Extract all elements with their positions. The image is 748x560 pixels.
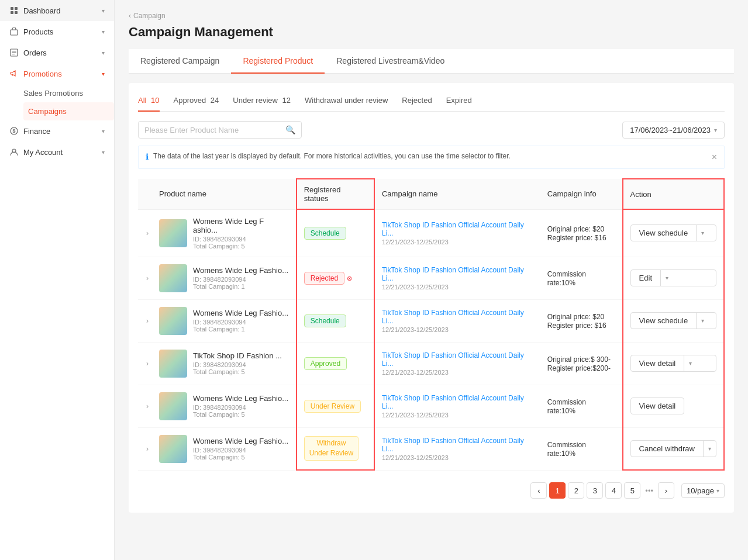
sidebar-item-campaigns[interactable]: Campaigns	[23, 102, 114, 120]
pagination-page-3[interactable]: 3	[587, 482, 603, 499]
action-button[interactable]: View schedule ▾	[630, 224, 716, 241]
row-expand[interactable]: ›	[138, 299, 152, 342]
pagination-page-4[interactable]: 4	[605, 482, 622, 499]
close-icon[interactable]: ×	[712, 152, 717, 163]
top-tabs: Registered Campaign Registered Product R…	[129, 49, 734, 74]
row-registered-status: Rejected ⊗	[297, 257, 374, 299]
dropdown-arrow-icon[interactable]: ▾	[684, 357, 697, 370]
action-button[interactable]: View detail	[630, 397, 716, 414]
row-expand[interactable]: ›	[138, 209, 152, 257]
pagination-page-1[interactable]: 1	[549, 482, 566, 499]
campaign-name-link[interactable]: TikTok Shop ID Fashion Official Account …	[382, 266, 533, 282]
row-expand[interactable]: ›	[138, 385, 152, 427]
action-label[interactable]: View detail	[630, 397, 685, 414]
campaign-name-link[interactable]: TikTok Shop ID Fashion Official Account …	[382, 309, 533, 325]
action-label[interactable]: View detail	[631, 355, 685, 371]
sidebar-item-promotions[interactable]: Promotions ▾	[0, 63, 114, 84]
row-registered-status: Schedule	[297, 299, 374, 342]
action-label[interactable]: Cancel withdraw	[631, 441, 704, 457]
date-value: 17/06/2023~21/06/2023	[630, 126, 711, 134]
product-id: ID: 398482093094	[193, 276, 288, 283]
search-input[interactable]	[144, 126, 281, 134]
product-info: TikTok Shop ID Fashion ... ID: 398482093…	[193, 351, 282, 375]
campaign-dates: 12/21/2023-12/25/2023	[382, 284, 533, 291]
campaign-dates: 12/21/2023-12/25/2023	[382, 238, 533, 246]
product-thumbnail	[159, 264, 187, 292]
row-expand[interactable]: ›	[138, 342, 152, 385]
sidebar-item-sales-promotions[interactable]: Sales Promotions	[23, 84, 114, 102]
table-row: › Womens Wide Leg F ashio... ID: 3984820…	[138, 209, 724, 257]
tab-registered-livestream[interactable]: Registered Livestream&Video	[325, 49, 456, 74]
pagination-prev[interactable]: ‹	[530, 482, 547, 499]
row-registered-status: Approved	[297, 342, 374, 385]
campaign-name-link[interactable]: TikTok Shop ID Fashion Official Account …	[382, 437, 533, 453]
col-campaign-name-header: Campaign name	[374, 179, 540, 209]
row-expand[interactable]: ›	[138, 257, 152, 299]
sidebar-item-label: Orders	[23, 49, 47, 57]
action-button[interactable]: Cancel withdraw ▾	[630, 440, 716, 457]
action-label[interactable]: Edit	[631, 270, 661, 286]
sidebar: Dashboard ▾ Products ▾ Orders ▾ Promotio…	[0, 0, 115, 560]
tab-registered-product[interactable]: Registered Product	[231, 49, 325, 74]
tab-registered-campaign[interactable]: Registered Campaign	[129, 49, 231, 74]
user-icon	[9, 147, 19, 157]
info-banner: ℹ The data of the last year is displayed…	[138, 146, 725, 169]
search-box[interactable]: 🔍	[138, 121, 302, 139]
row-expand[interactable]: ›	[138, 427, 152, 470]
row-product: Womens Wide Leg Fashio... ID: 3984820930…	[152, 427, 297, 470]
campaign-name-link[interactable]: TikTok Shop ID Fashion Official Account …	[382, 394, 533, 410]
filter-tab-approved[interactable]: Approved 24	[174, 92, 219, 112]
action-button[interactable]: Edit ▾	[630, 269, 716, 286]
row-product: Womens Wide Leg Fashio... ID: 3984820930…	[152, 385, 297, 427]
sidebar-item-products[interactable]: Products ▾	[0, 21, 114, 42]
list-icon	[9, 48, 19, 57]
breadcrumb: ‹ Campaign	[129, 12, 734, 20]
dropdown-arrow-icon[interactable]: ▾	[704, 442, 716, 455]
chevron-down-icon: ▾	[102, 128, 105, 134]
per-page-selector[interactable]: 10/page ▾	[681, 483, 725, 498]
sidebar-item-orders[interactable]: Orders ▾	[0, 42, 114, 63]
campaign-name-link[interactable]: TikTok Shop ID Fashion Official Account …	[382, 221, 533, 237]
filter-tab-all[interactable]: All 10	[138, 92, 160, 112]
info-icon: ℹ	[146, 152, 149, 161]
product-name: TikTok Shop ID Fashion ...	[193, 351, 282, 360]
action-button[interactable]: View detail ▾	[630, 355, 716, 372]
pagination-page-5[interactable]: 5	[624, 482, 640, 499]
megaphone-icon	[9, 69, 19, 78]
filter-tab-rejected[interactable]: Rejected	[402, 92, 432, 112]
toolbar: 🔍 17/06/2023~21/06/2023 ▾	[138, 121, 725, 139]
svg-rect-1	[15, 7, 18, 10]
pagination-page-2[interactable]: 2	[568, 482, 584, 499]
chevron-down-icon: ▾	[102, 71, 105, 77]
dropdown-arrow-icon[interactable]: ▾	[697, 226, 709, 240]
product-thumbnail	[159, 350, 187, 378]
filter-tab-withdrawal[interactable]: Withdrawal under review	[305, 92, 388, 112]
date-picker[interactable]: 17/06/2023~21/06/2023 ▾	[622, 122, 725, 139]
campaign-name-link[interactable]: TikTok Shop ID Fashion Official Account …	[382, 351, 533, 368]
dollar-icon	[9, 126, 19, 136]
info-text: The data of the last year is displayed b…	[153, 152, 511, 160]
action-label[interactable]: View schedule	[631, 313, 697, 329]
table-row: › Womens Wide Leg Fashio... ID: 39848209…	[138, 299, 724, 342]
action-button[interactable]: View schedule ▾	[630, 312, 716, 329]
filter-tab-expired[interactable]: Expired	[446, 92, 472, 112]
sidebar-item-account[interactable]: My Account ▾	[0, 141, 114, 163]
row-campaign-info: Original price:$ 300-Register price:$200…	[540, 342, 623, 385]
filter-tab-under-review[interactable]: Under review 12	[233, 92, 291, 112]
action-label[interactable]: View schedule	[631, 225, 697, 241]
breadcrumb-link[interactable]: Campaign	[133, 12, 166, 20]
filter-tabs: All 10 Approved 24 Under review 12 Withd…	[138, 92, 725, 112]
product-total: Total Campagin: 1	[193, 283, 288, 290]
dropdown-arrow-icon[interactable]: ▾	[697, 314, 709, 327]
sidebar-item-dashboard[interactable]: Dashboard ▾	[0, 0, 114, 21]
product-name: Womens Wide Leg Fashio...	[193, 266, 288, 275]
svg-rect-2	[11, 11, 13, 14]
sidebar-item-label: Products	[23, 27, 53, 36]
sidebar-item-finance[interactable]: Finance ▾	[0, 120, 114, 141]
row-campaign-info: Commission rate:10%	[540, 385, 623, 427]
chevron-down-icon: ▾	[716, 488, 719, 494]
dropdown-arrow-icon[interactable]: ▾	[661, 271, 673, 285]
pagination-next[interactable]: ›	[658, 482, 674, 499]
page-title: Campaign Management	[129, 25, 734, 40]
grid-icon	[9, 6, 19, 15]
